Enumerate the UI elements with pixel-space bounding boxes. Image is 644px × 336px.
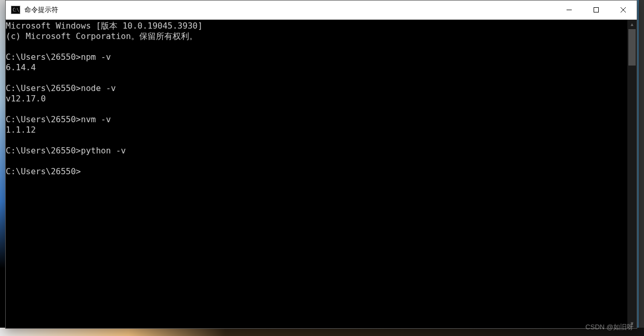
terminal-line: C:\Users\26550> bbox=[6, 166, 627, 177]
terminal-line bbox=[6, 104, 627, 114]
terminal-line bbox=[6, 73, 627, 83]
minimize-button[interactable] bbox=[556, 1, 583, 19]
maximize-button[interactable] bbox=[583, 1, 610, 19]
scrollbar[interactable]: ▲ ▼ bbox=[627, 20, 637, 328]
scrollbar-up-arrow[interactable]: ▲ bbox=[627, 20, 637, 29]
terminal-line: Microsoft Windows [版本 10.0.19045.3930] bbox=[6, 21, 627, 31]
terminal-area: Microsoft Windows [版本 10.0.19045.3930](c… bbox=[6, 20, 637, 328]
terminal-line: C:\Users\26550>nvm -v bbox=[6, 114, 627, 125]
terminal-line: (c) Microsoft Corporation。保留所有权利。 bbox=[6, 31, 627, 42]
svg-rect-1 bbox=[594, 8, 599, 12]
terminal-line: C:\Users\26550>npm -v bbox=[6, 52, 627, 62]
cmd-icon: C:\ bbox=[11, 6, 20, 14]
window-title: 命令提示符 bbox=[24, 5, 556, 15]
terminal-output[interactable]: Microsoft Windows [版本 10.0.19045.3930](c… bbox=[6, 20, 627, 328]
terminal-line bbox=[6, 156, 627, 166]
close-button[interactable] bbox=[610, 1, 637, 19]
cmd-window: C:\ 命令提示符 Microsoft Windows [版本 10.0.190… bbox=[5, 0, 637, 329]
close-icon bbox=[620, 7, 626, 13]
terminal-line: 6.14.4 bbox=[6, 62, 627, 73]
minimize-icon bbox=[566, 7, 572, 13]
titlebar[interactable]: C:\ 命令提示符 bbox=[6, 1, 637, 20]
terminal-line: 1.1.12 bbox=[6, 125, 627, 135]
terminal-line bbox=[6, 135, 627, 146]
background-right-strip bbox=[639, 0, 644, 336]
maximize-icon bbox=[593, 7, 599, 13]
terminal-line: C:\Users\26550>node -v bbox=[6, 83, 627, 94]
scrollbar-down-arrow[interactable]: ▼ bbox=[627, 319, 637, 328]
scrollbar-thumb[interactable] bbox=[628, 29, 636, 66]
terminal-line: C:\Users\26550>python -v bbox=[6, 146, 627, 156]
background-bottom-strip bbox=[0, 328, 644, 336]
window-controls bbox=[556, 1, 637, 19]
terminal-line: v12.17.0 bbox=[6, 94, 627, 104]
terminal-line bbox=[6, 42, 627, 52]
